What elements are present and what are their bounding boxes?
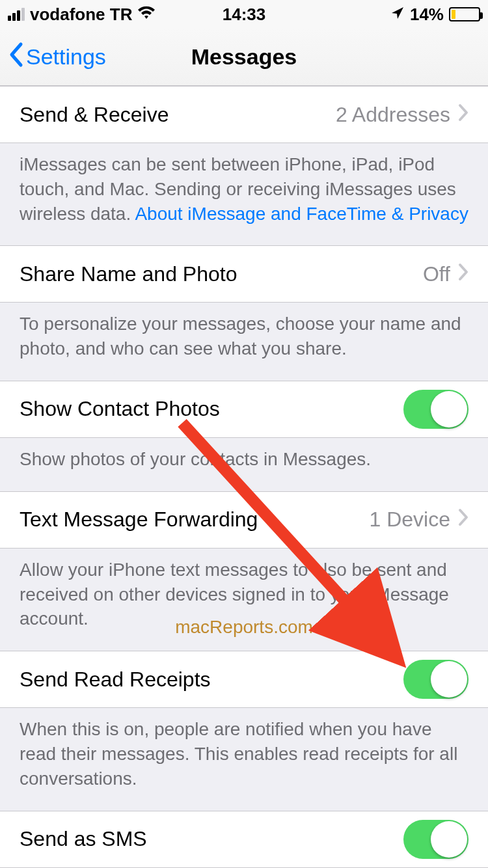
footer-contact-photos: Show photos of your contacts in Messages… (0, 438, 488, 491)
status-left: vodafone TR (8, 5, 156, 25)
row-label: Send as SMS (20, 827, 147, 851)
row-send-as-sms: Send as SMS (0, 811, 488, 868)
row-value-group: 1 Device (370, 508, 469, 532)
row-label: Send Read Receipts (20, 668, 211, 692)
footer-forwarding: Allow your iPhone text messages to also … (0, 549, 488, 651)
status-bar: vodafone TR 14:33 14% (0, 0, 488, 29)
status-time: 14:33 (223, 5, 266, 25)
carrier-label: vodafone TR (30, 5, 132, 25)
signal-icon (8, 8, 25, 21)
navigation-bar: Settings Messages (0, 29, 488, 86)
status-right: 14% (390, 5, 480, 25)
back-label: Settings (26, 44, 106, 70)
battery-percent: 14% (410, 5, 444, 25)
toggle-knob (431, 661, 467, 698)
back-button[interactable]: Settings (8, 42, 106, 73)
row-value-group: Off (423, 262, 468, 286)
row-label: Show Contact Photos (20, 397, 220, 421)
toggle-knob (431, 821, 467, 858)
row-value: 2 Addresses (336, 103, 450, 127)
row-text-forwarding[interactable]: Text Message Forwarding 1 Device (0, 491, 488, 549)
privacy-link[interactable]: About iMessage and FaceTime & Privacy (135, 204, 468, 224)
chevron-left-icon (8, 42, 23, 73)
row-send-receive[interactable]: Send & Receive 2 Addresses (0, 86, 488, 143)
row-share-name-photo[interactable]: Share Name and Photo Off (0, 245, 488, 303)
row-value: Off (423, 262, 450, 286)
wifi-icon (137, 5, 156, 25)
chevron-right-icon (458, 103, 468, 127)
row-value: 1 Device (370, 508, 451, 532)
row-label: Send & Receive (20, 103, 169, 127)
footer-imessage: iMessages can be sent between iPhone, iP… (0, 143, 488, 245)
footer-read-receipts: When this is on, people are notified whe… (0, 708, 488, 810)
row-label: Text Message Forwarding (20, 508, 258, 532)
chevron-right-icon (458, 262, 468, 286)
toggle-knob (431, 391, 467, 427)
page-title: Messages (191, 44, 297, 70)
battery-icon (449, 7, 480, 21)
toggle-send-read-receipts[interactable] (403, 660, 468, 699)
footer-share: To personalize your messages, choose you… (0, 303, 488, 381)
toggle-show-contact-photos[interactable] (403, 390, 468, 429)
toggle-send-as-sms[interactable] (403, 820, 468, 859)
row-value-group: 2 Addresses (336, 103, 468, 127)
row-label: Share Name and Photo (20, 262, 237, 286)
location-icon (390, 5, 405, 25)
chevron-right-icon (458, 508, 468, 532)
row-send-read-receipts: Send Read Receipts (0, 651, 488, 708)
row-show-contact-photos: Show Contact Photos (0, 381, 488, 438)
